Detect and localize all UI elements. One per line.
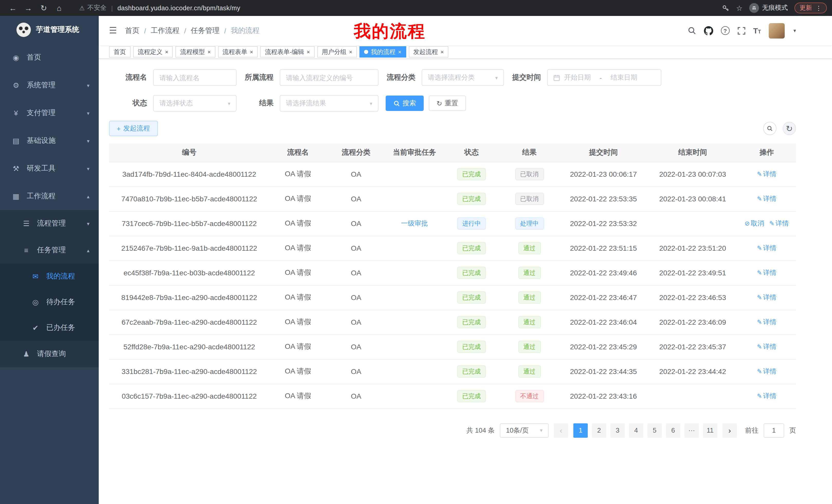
detail-link[interactable]: ✎详情 — [769, 219, 789, 227]
avatar-caret-icon[interactable]: ▾ — [794, 28, 796, 33]
tab-3[interactable]: 流程表单× — [218, 46, 258, 58]
process-name-input[interactable] — [153, 69, 237, 86]
page-button-6[interactable]: 6 — [666, 423, 680, 438]
start-process-button[interactable]: + 发起流程 — [109, 121, 158, 136]
close-icon[interactable]: × — [207, 49, 211, 55]
close-icon[interactable]: × — [398, 49, 401, 55]
tab-5[interactable]: 用户分组× — [317, 46, 357, 58]
search-icon[interactable] — [687, 26, 696, 35]
cell-submit-time: 2022-01-22 23:51:15 — [559, 236, 648, 260]
page-button-1[interactable]: 1 — [573, 423, 588, 438]
search-icon — [393, 100, 400, 107]
sidebar-item-4[interactable]: ⚒研发工具▾ — [0, 155, 99, 183]
bookmark-star-icon[interactable]: ☆ — [736, 4, 743, 12]
update-button[interactable]: 更新 ⋮ — [795, 3, 827, 13]
sidebar-item-2[interactable]: ¥支付管理▾ — [0, 99, 99, 127]
font-size-icon[interactable]: TT — [753, 26, 761, 35]
detail-link[interactable]: ✎详情 — [757, 392, 777, 400]
sidebar-item-0[interactable]: ◉首页 — [0, 44, 99, 72]
detail-link[interactable]: ✎详情 — [757, 293, 777, 301]
tab-7[interactable]: 发起流程× — [409, 46, 448, 58]
cancel-link[interactable]: ⊘取消 — [745, 219, 764, 227]
breadcrumb-item[interactable]: 工作流程 — [151, 26, 179, 35]
page-size-select[interactable]: 10条/页 ▾ — [500, 423, 549, 438]
status-tag: 已完成 — [457, 267, 486, 279]
url-text[interactable]: dashboard.yudao.iocoder.cn/bpm/task/my — [118, 4, 240, 11]
close-icon[interactable]: × — [349, 49, 353, 55]
sidebar-item-9[interactable]: ◎待办任务 — [0, 289, 99, 315]
task-link[interactable]: 一级审批 — [401, 219, 428, 227]
sidebar-item-7[interactable]: ≡任务管理▴ — [0, 237, 99, 263]
sidebar-item-1[interactable]: ⚙系统管理▾ — [0, 72, 99, 99]
detail-link[interactable]: ✎详情 — [757, 195, 777, 202]
category-select[interactable]: 请选择流程分类 ▾ — [422, 69, 504, 86]
sidebar-item-5[interactable]: ▦工作流程▴ — [0, 183, 99, 210]
detail-link[interactable]: ✎详情 — [757, 244, 777, 252]
chevron-down-icon: ▾ — [228, 101, 230, 106]
submit-time-range-picker[interactable]: 开始日期 - 结束日期 — [547, 69, 661, 86]
sidebar-item-8[interactable]: ✉我的流程 — [0, 263, 99, 289]
refresh-table-button[interactable]: ↻ — [783, 122, 796, 135]
breadcrumb-separator: / — [144, 26, 146, 35]
detail-link[interactable]: ✎详情 — [757, 269, 777, 276]
close-icon[interactable]: × — [165, 49, 168, 55]
sidebar-item-3[interactable]: ▤基础设施▾ — [0, 127, 99, 155]
page-button-3[interactable]: 3 — [610, 423, 625, 438]
result-select[interactable]: 请选择流结果 ▾ — [280, 95, 379, 111]
search-button[interactable]: 搜索 — [386, 95, 424, 111]
process-def-input[interactable] — [280, 69, 379, 86]
tab-0[interactable]: 首页 — [109, 46, 131, 58]
status-tag: 已完成 — [457, 316, 486, 328]
password-key-icon[interactable] — [722, 4, 729, 11]
detail-link[interactable]: ✎详情 — [757, 367, 777, 375]
filter-submit-time: 提交时间 开始日期 - 结束日期 — [511, 69, 661, 86]
sidebar-item-10[interactable]: ✔已办任务 — [0, 315, 99, 341]
tab-2[interactable]: 流程模型× — [176, 46, 215, 58]
dashboard-icon: ◉ — [10, 53, 22, 62]
tab-1[interactable]: 流程定义× — [133, 46, 173, 58]
browser-menu-icon[interactable]: ⋮ — [815, 4, 822, 11]
detail-link[interactable]: ✎详情 — [757, 170, 777, 178]
close-icon[interactable]: × — [250, 49, 253, 55]
result-placeholder: 请选择流结果 — [286, 99, 326, 108]
help-icon[interactable]: ? — [721, 26, 729, 35]
page-button-4[interactable]: 4 — [629, 423, 643, 438]
status-select[interactable]: 请选择状态 ▾ — [153, 95, 237, 111]
page-button-11[interactable]: 11 — [703, 423, 717, 438]
breadcrumb-item[interactable]: 任务管理 — [191, 26, 219, 35]
reset-button[interactable]: ↻ 重置 — [429, 95, 466, 111]
page-button-2[interactable]: 2 — [592, 423, 606, 438]
forward-icon[interactable]: → — [21, 4, 36, 12]
hamburger-icon[interactable]: ☰ — [109, 25, 117, 36]
back-icon[interactable]: ← — [5, 4, 21, 12]
cell-status: 已完成 — [443, 310, 500, 334]
sidebar-item-6[interactable]: ☰流程管理▾ — [0, 210, 99, 237]
app-logo[interactable]: 芋道管理系统 — [0, 16, 99, 44]
cell-actions: ✎详情 — [737, 260, 796, 285]
cell-category: OA — [327, 260, 386, 285]
tab-4[interactable]: 流程表单-编辑× — [260, 46, 315, 58]
sidebar-item-11[interactable]: ♟请假查询 — [0, 341, 99, 367]
github-icon[interactable] — [704, 26, 713, 35]
reload-icon[interactable]: ↻ — [36, 3, 51, 12]
goto-page-input[interactable] — [763, 423, 784, 438]
pager-more[interactable]: ··· — [684, 423, 699, 438]
avatar[interactable] — [769, 23, 785, 38]
home-icon[interactable]: ⌂ — [51, 4, 67, 12]
close-icon[interactable]: × — [307, 49, 310, 55]
cell-category: OA — [327, 285, 386, 310]
cell-result: 通过 — [500, 359, 559, 384]
security-label[interactable]: 不安全 — [87, 4, 107, 12]
cell-submit-time: 2022-01-22 23:46:04 — [559, 310, 648, 334]
detail-link[interactable]: ✎详情 — [757, 318, 777, 326]
page-button-5[interactable]: 5 — [647, 423, 662, 438]
close-icon[interactable]: × — [440, 49, 444, 55]
detail-link[interactable]: ✎详情 — [757, 343, 777, 351]
next-page-button[interactable]: › — [723, 423, 737, 438]
check-icon: ✔ — [30, 324, 41, 332]
fullscreen-icon[interactable] — [737, 26, 745, 35]
tab-6[interactable]: 我的流程× — [359, 46, 406, 58]
show-search-button[interactable] — [763, 122, 777, 135]
breadcrumb-item[interactable]: 首页 — [125, 26, 139, 35]
prev-page-button[interactable]: ‹ — [554, 423, 568, 438]
